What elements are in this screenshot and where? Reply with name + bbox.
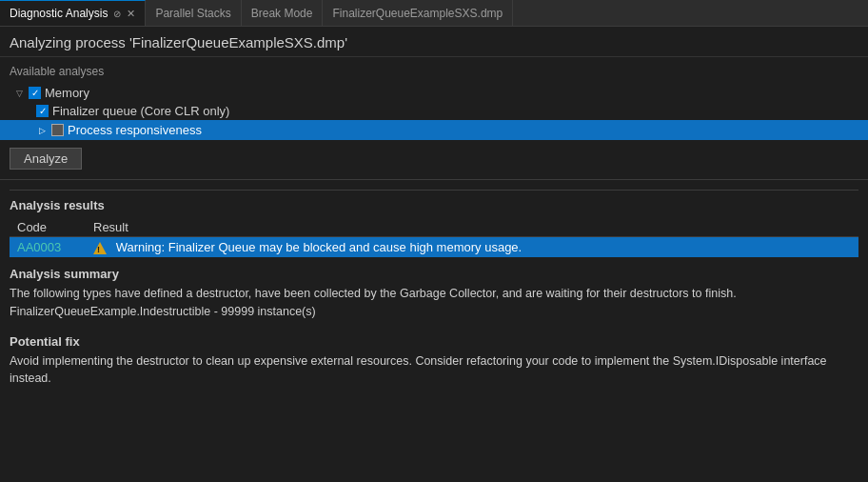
analysis-summary-text1: The following types have defined a destr… bbox=[10, 285, 858, 303]
results-table: Code Result AA0003 ! Warning: Finalizer … bbox=[10, 218, 858, 257]
analysis-summary-section: Analysis summary The following types hav… bbox=[10, 267, 858, 321]
tab-dmpfile[interactable]: FinalizerQueueExampleSXS.dmp bbox=[323, 0, 513, 26]
tab-diagnostic-close[interactable]: ✕ bbox=[127, 8, 135, 20]
finalizer-label: Finalizer queue (Core CLR only) bbox=[52, 104, 229, 118]
tree-item-process[interactable]: ▷ Process responsiveness bbox=[0, 120, 868, 140]
finalizer-checkbox[interactable] bbox=[36, 105, 49, 117]
result-text: ! Warning: Finalizer Queue may be blocke… bbox=[86, 237, 858, 258]
tab-parallel[interactable]: Parallel Stacks bbox=[146, 0, 241, 26]
memory-checkbox[interactable] bbox=[29, 87, 41, 99]
memory-expand-icon[interactable]: ▽ bbox=[13, 88, 25, 99]
available-analyses-label: Available analyses bbox=[10, 65, 858, 78]
potential-fix-title: Potential fix bbox=[10, 334, 858, 349]
tree-item-memory[interactable]: ▽ Memory bbox=[10, 84, 858, 102]
analysis-summary-text2: FinalizerQueueExample.Indestructible - 9… bbox=[10, 303, 858, 321]
potential-fix-section: Potential fix Avoid implementing the des… bbox=[10, 334, 858, 389]
tab-break[interactable]: Break Mode bbox=[242, 0, 324, 26]
process-checkbox[interactable] bbox=[51, 124, 64, 136]
tab-parallel-label: Parallel Stacks bbox=[155, 7, 230, 20]
tab-diagnostic-label: Diagnostic Analysis bbox=[10, 7, 108, 20]
potential-fix-text: Avoid implementing the destructor to cle… bbox=[10, 352, 858, 389]
page-title-bar: Analyzing process 'FinalizerQueueExample… bbox=[0, 27, 868, 57]
page-title: Analyzing process 'FinalizerQueueExample… bbox=[10, 34, 858, 50]
analysis-results-title: Analysis results bbox=[10, 198, 858, 212]
analysis-results-section: Analysis results Code Result AA0003 ! Wa… bbox=[10, 190, 858, 257]
tab-diagnostic-icon: ⊘ bbox=[113, 9, 121, 19]
result-code: AA0003 bbox=[10, 237, 86, 258]
warning-icon: ! bbox=[93, 242, 107, 254]
tab-bar: Diagnostic Analysis ⊘ ✕ Parallel Stacks … bbox=[0, 0, 868, 27]
analyze-button[interactable]: Analyze bbox=[10, 148, 82, 170]
memory-label: Memory bbox=[45, 86, 89, 100]
table-row[interactable]: AA0003 ! Warning: Finalizer Queue may be… bbox=[10, 237, 858, 258]
tab-dmpfile-label: FinalizerQueueExampleSXS.dmp bbox=[332, 7, 503, 20]
col-code: Code bbox=[10, 218, 86, 237]
divider1 bbox=[0, 179, 868, 180]
tree-item-finalizer[interactable]: Finalizer queue (Core CLR only) bbox=[10, 102, 858, 120]
process-label: Process responsiveness bbox=[68, 123, 202, 137]
tab-break-label: Break Mode bbox=[251, 7, 313, 20]
analysis-summary-title: Analysis summary bbox=[10, 267, 858, 281]
col-result: Result bbox=[86, 218, 858, 237]
process-expand-icon[interactable]: ▷ bbox=[36, 125, 48, 136]
main-content: Available analyses ▽ Memory Finalizer qu… bbox=[0, 57, 868, 395]
tab-diagnostic[interactable]: Diagnostic Analysis ⊘ ✕ bbox=[0, 0, 146, 26]
